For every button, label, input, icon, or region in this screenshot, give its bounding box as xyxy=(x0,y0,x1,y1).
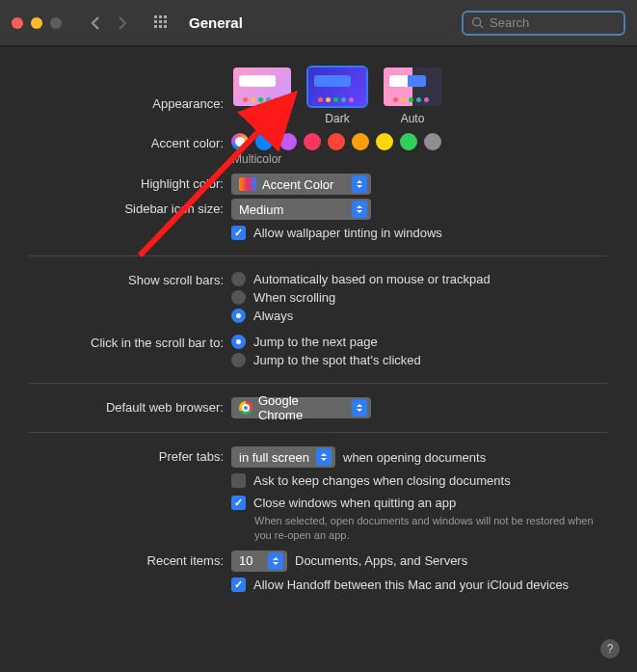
wallpaper-tint-checkbox[interactable] xyxy=(231,226,246,240)
forward-button[interactable] xyxy=(116,15,129,31)
scroll-bars-label: Show scroll bars: xyxy=(29,270,231,287)
chevron-updown-icon xyxy=(352,399,367,417)
prefer-tabs-suffix: when opening documents xyxy=(343,450,486,465)
highlight-label: Highlight color: xyxy=(29,174,231,191)
default-browser-select[interactable]: Google Chrome xyxy=(231,397,371,418)
accent-yellow[interactable] xyxy=(376,133,393,150)
handoff-label: Allow Handoff between this Mac and your … xyxy=(253,578,569,592)
show-all-icon[interactable] xyxy=(154,15,170,31)
ask-keep-changes-label: Ask to keep changes when closing documen… xyxy=(253,473,511,488)
accent-blue[interactable] xyxy=(255,133,273,150)
scroll-auto-radio[interactable] xyxy=(231,272,246,286)
minimize-button[interactable] xyxy=(31,17,42,29)
chevron-updown-icon xyxy=(352,175,367,193)
close-button[interactable] xyxy=(12,17,23,29)
recent-items-suffix: Documents, Apps, and Servers xyxy=(295,553,467,568)
close-windows-checkbox[interactable] xyxy=(231,496,246,510)
search-input[interactable]: Search xyxy=(462,11,625,36)
scroll-when-radio[interactable] xyxy=(231,290,246,305)
nav-arrows xyxy=(89,15,129,31)
default-browser-label: Default web browser: xyxy=(29,397,231,415)
accent-swatches xyxy=(231,133,441,150)
window-title: General xyxy=(189,14,243,31)
close-windows-hint: When selected, open documents and window… xyxy=(231,514,597,543)
appearance-light[interactable]: Light xyxy=(231,66,293,125)
accent-green[interactable] xyxy=(400,133,417,150)
svg-point-0 xyxy=(473,18,481,26)
chevron-updown-icon xyxy=(268,552,283,570)
appearance-dark[interactable]: Dark xyxy=(306,66,368,125)
handoff-checkbox[interactable] xyxy=(231,578,246,592)
back-button[interactable] xyxy=(89,15,102,31)
chrome-icon xyxy=(239,401,252,415)
appearance-label: Appearance: xyxy=(29,66,231,111)
chevron-updown-icon xyxy=(352,201,367,218)
accent-orange[interactable] xyxy=(352,133,369,150)
window-controls xyxy=(12,17,62,29)
scroll-always-radio[interactable] xyxy=(231,309,246,323)
search-placeholder: Search xyxy=(490,15,529,30)
accent-caption: Multicolor xyxy=(232,152,609,166)
close-windows-label: Close windows when quitting an app xyxy=(253,496,456,510)
accent-red[interactable] xyxy=(328,133,345,150)
click-next-page-radio[interactable] xyxy=(231,335,246,349)
prefer-tabs-select[interactable]: in full screen xyxy=(231,446,335,468)
recent-items-label: Recent items: xyxy=(29,551,231,568)
appearance-options: Light Dark Auto xyxy=(231,66,443,125)
ask-keep-changes-checkbox[interactable] xyxy=(231,473,246,488)
divider xyxy=(29,383,608,384)
recent-items-select[interactable]: 10 xyxy=(231,551,287,572)
accent-multicolor[interactable] xyxy=(231,133,249,150)
chevron-updown-icon xyxy=(316,448,332,466)
wallpaper-tint-label: Allow wallpaper tinting in windows xyxy=(253,226,442,240)
accent-graphite[interactable] xyxy=(424,133,441,150)
accent-purple[interactable] xyxy=(279,133,297,150)
appearance-auto[interactable]: Auto xyxy=(382,66,443,125)
click-scroll-label: Click in the scroll bar to: xyxy=(29,333,231,350)
titlebar: General Search xyxy=(0,0,637,46)
help-button[interactable]: ? xyxy=(600,639,620,659)
click-spot-radio[interactable] xyxy=(231,353,246,367)
zoom-button[interactable] xyxy=(50,17,62,29)
search-icon xyxy=(471,16,484,29)
sidebar-size-label: Sidebar icon size: xyxy=(29,199,231,216)
accent-label: Accent color: xyxy=(29,133,231,150)
highlight-swatch-icon xyxy=(239,177,256,191)
divider xyxy=(29,255,608,256)
prefer-tabs-label: Prefer tabs: xyxy=(29,446,231,464)
accent-pink[interactable] xyxy=(304,133,321,150)
divider xyxy=(29,432,608,433)
highlight-select[interactable]: Accent Color xyxy=(231,174,371,195)
sidebar-size-select[interactable]: Medium xyxy=(231,199,371,220)
